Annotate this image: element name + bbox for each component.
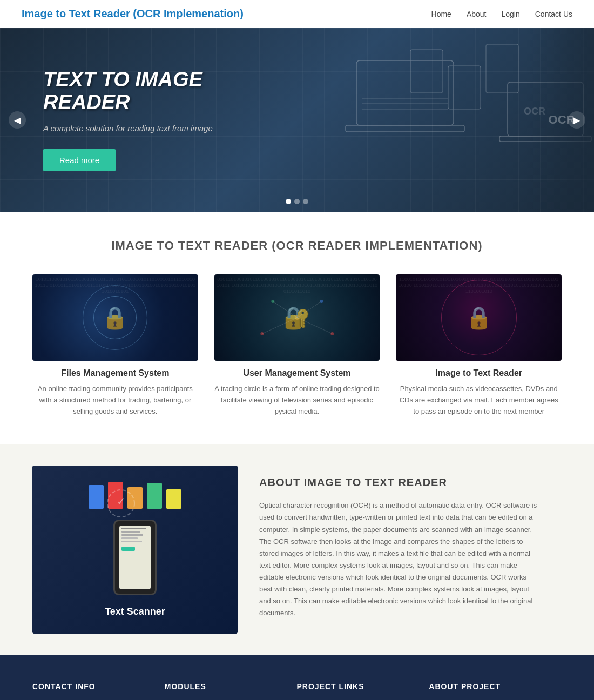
about-scanner-label: Text Scanner bbox=[105, 606, 165, 617]
footer-grid: CONTACT INFO 🏠 Address: No.XXXXXX street… bbox=[32, 682, 562, 700]
card-image-reader: 1100101011010010101101001010110100101011… bbox=[396, 274, 562, 417]
hero-next-button[interactable]: ▶ bbox=[568, 111, 585, 129]
card-2-network-svg bbox=[214, 274, 380, 361]
svg-line-19 bbox=[297, 318, 332, 334]
hero-dot-2[interactable] bbox=[294, 199, 300, 204]
card-2-title: User Management System bbox=[214, 368, 380, 378]
nav-contact[interactable]: Contact Us bbox=[535, 9, 572, 19]
section-main-title: IMAGE TO TEXT READER (OCR READER IMPLEME… bbox=[0, 212, 594, 269]
phone-line-1 bbox=[122, 528, 146, 529]
hero-dot-3[interactable] bbox=[303, 199, 308, 204]
footer: CONTACT INFO 🏠 Address: No.XXXXXX street… bbox=[0, 655, 594, 700]
footer-contact-title: CONTACT INFO bbox=[32, 682, 143, 691]
hero-section: ◀ TEXT TO IMAGE READER A complete soluti… bbox=[0, 28, 594, 212]
phone-line-2 bbox=[122, 531, 140, 533]
nav-about[interactable]: About bbox=[467, 9, 487, 19]
cards-section: 1010110001010110100101010110100101100101… bbox=[0, 269, 594, 444]
cards-grid: 1010110001010110100101010110100101100101… bbox=[32, 274, 562, 417]
hero-dot-1[interactable] bbox=[286, 199, 291, 204]
hero-content: TEXT TO IMAGE READER A complete solution… bbox=[0, 36, 270, 204]
svg-rect-1 bbox=[346, 125, 464, 132]
hero-title: TEXT TO IMAGE READER bbox=[43, 69, 227, 114]
about-circle-check-svg: ✓ bbox=[105, 487, 137, 520]
site-logo: Image to Text Reader (OCR Implemenation) bbox=[22, 8, 244, 20]
phone-line-5 bbox=[122, 541, 142, 542]
hero-subtitle: A complete solution for reading text fro… bbox=[43, 123, 227, 134]
about-title: ABOUT IMAGE TO TEXT READER bbox=[259, 476, 540, 489]
card-1-lock-icon: 🔒 bbox=[102, 305, 129, 331]
folder-blue-icon bbox=[89, 485, 104, 509]
nav-list: Home About Login Contact Us bbox=[431, 9, 572, 19]
svg-rect-3 bbox=[448, 66, 481, 109]
nav-home[interactable]: Home bbox=[431, 9, 451, 19]
card-3-lock-icon: 🔒 bbox=[465, 305, 492, 331]
card-1-title: Files Management System bbox=[32, 368, 198, 378]
card-3-image: 1100101011010010101101001010110100101011… bbox=[396, 274, 562, 361]
card-1-image: 1010110001010110100101010110100101100101… bbox=[32, 274, 198, 361]
footer-project-links-col: PROJECT LINKS › Home › About Us › Contac… bbox=[297, 682, 408, 700]
about-text-column: ABOUT IMAGE TO TEXT READER Optical chara… bbox=[238, 466, 562, 634]
svg-line-18 bbox=[262, 318, 297, 334]
main-nav: Home About Login Contact Us bbox=[431, 9, 572, 19]
card-2-text: A trading circle is a form of online tra… bbox=[214, 383, 380, 417]
about-section: ✓ Text Scanner ABOUT IMA bbox=[0, 444, 594, 655]
svg-text:✓: ✓ bbox=[117, 495, 126, 507]
about-image-content: ✓ Text Scanner bbox=[89, 482, 181, 617]
footer-about-project-col: ABOUT PROJECT Optical character recognit… bbox=[429, 682, 562, 700]
card-user-management: 0101101001010110100101011010010101101001… bbox=[214, 274, 380, 417]
about-body-text: Optical character recognition (OCR) is a… bbox=[259, 500, 540, 619]
card-2-image: 0101101001010110100101011010010101101001… bbox=[214, 274, 380, 361]
footer-modules-col: MODULES › TextReader Module › User Modul… bbox=[165, 682, 275, 700]
svg-line-16 bbox=[273, 301, 297, 318]
about-phone-icon bbox=[113, 520, 157, 595]
card-3-title: Image to Text Reader bbox=[396, 368, 562, 378]
folder-yellow-icon bbox=[166, 489, 181, 509]
phone-screen bbox=[119, 526, 151, 589]
about-files-icon: ✓ bbox=[89, 482, 181, 509]
folder-green-icon bbox=[147, 483, 162, 509]
svg-line-17 bbox=[297, 301, 321, 318]
hero-read-more-button[interactable]: Read more bbox=[43, 149, 116, 171]
about-image-column: ✓ Text Scanner bbox=[32, 466, 238, 634]
card-1-text: An online trading community provides par… bbox=[32, 383, 198, 417]
footer-project-links-title: PROJECT LINKS bbox=[297, 682, 408, 691]
hero-prev-button[interactable]: ◀ bbox=[9, 111, 26, 129]
footer-contact-col: CONTACT INFO 🏠 Address: No.XXXXXX street… bbox=[32, 682, 143, 700]
svg-rect-4 bbox=[486, 44, 518, 93]
footer-about-project-title: ABOUT PROJECT bbox=[429, 682, 562, 691]
phone-line-3 bbox=[122, 534, 143, 536]
phone-screen-lines bbox=[119, 526, 151, 553]
nav-login[interactable]: Login bbox=[501, 9, 519, 19]
hero-dots bbox=[286, 199, 308, 204]
card-3-text: Physical media such as videocassettes, D… bbox=[396, 383, 562, 417]
svg-rect-2 bbox=[410, 50, 443, 93]
phone-cta-button bbox=[122, 547, 135, 551]
footer-modules-title: MODULES bbox=[165, 682, 275, 691]
hero-decoration: OCR OCR bbox=[238, 28, 594, 212]
card-files-management: 1010110001010110100101010110100101100101… bbox=[32, 274, 198, 417]
phone-line-4 bbox=[122, 537, 138, 539]
header: Image to Text Reader (OCR Implemenation)… bbox=[0, 0, 594, 28]
